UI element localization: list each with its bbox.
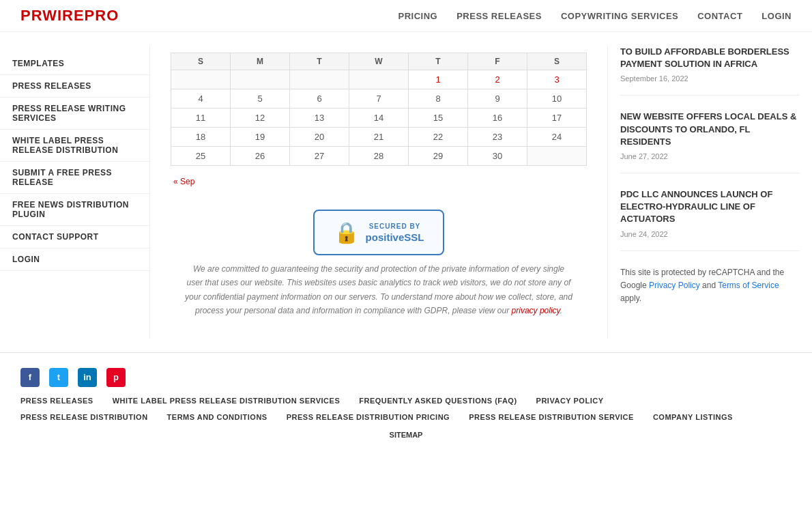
cal-cell: 24 [527, 128, 587, 147]
cal-cell: 26 [231, 147, 290, 166]
cal-header-t2: T [409, 53, 468, 70]
news-date-3: June 24, 2022 [620, 230, 800, 238]
sidebar-login[interactable]: LOGIN [0, 248, 149, 271]
cal-cell: 4 [171, 89, 231, 109]
nav-login[interactable]: LOGIN [762, 11, 792, 21]
sidebar-free-plugin[interactable]: FREE NEWS DISTRIBUTION PLUGIN [0, 194, 149, 226]
footer-company-listings[interactable]: COMPANY LISTINGS [653, 413, 733, 421]
footer-faq[interactable]: FREQUENTLY ASKED QUESTIONS (FAQ) [359, 397, 517, 405]
cal-cell: 9 [468, 89, 527, 109]
news-item-2: NEW WEBSITE OFFERS LOCAL DEALS & DISCOUN… [620, 111, 800, 173]
cal-cell: 6 [290, 89, 349, 109]
cal-cell: 22 [409, 128, 468, 147]
footer-press-releases[interactable]: PRESS RELEASES [20, 397, 93, 405]
nav-contact[interactable]: CONTACT [697, 11, 742, 21]
logo: PRWIREPRO [20, 7, 119, 25]
footer-prd-pricing[interactable]: PRESS RELEASE DISTRIBUTION PRICING [287, 413, 450, 421]
ssl-box: 🔒 SECURED BY positiveSSL [313, 210, 445, 255]
cal-header-m: M [231, 53, 290, 70]
main-layout: TEMPLATES PRESS RELEASES PRESS RELEASE W… [0, 32, 812, 352]
cal-header-f: F [468, 53, 527, 70]
nav-press-releases[interactable]: PRESS RELEASES [456, 11, 542, 21]
ssl-badge: 🔒 SECURED BY positiveSSL [171, 210, 587, 255]
cal-cell: 27 [290, 147, 349, 166]
footer-social: f t in p [20, 368, 792, 387]
sidebar: TEMPLATES PRESS RELEASES PRESS RELEASE W… [0, 46, 150, 339]
footer: f t in p PRESS RELEASES WHITE LABEL PRES… [0, 352, 812, 446]
footer-sitemap: SITEMAP [20, 429, 792, 440]
sidebar-templates[interactable]: TEMPLATES [0, 53, 149, 75]
cal-cell [527, 147, 587, 166]
footer-prd-service[interactable]: PRESS RELEASE DISTRIBUTION SERVICE [469, 413, 634, 421]
privacy-policy-link[interactable]: privacy policy [512, 306, 560, 315]
news-title-3: PDC LLC ANNOUNCES LAUNCH OF ELECTRO-HYDR… [620, 188, 800, 226]
cal-header-w: W [349, 53, 409, 70]
sitemap-link[interactable]: SITEMAP [390, 431, 423, 439]
cal-cell: 8 [409, 89, 468, 109]
cal-cell: 21 [349, 128, 409, 147]
recaptcha-tos-link[interactable]: Terms of Service [718, 281, 779, 290]
cal-cell: 3 [527, 70, 587, 89]
nav-pricing[interactable]: PRICING [398, 11, 438, 21]
nav-copywriting[interactable]: COPYWRITING SERVICES [561, 11, 678, 21]
pinterest-icon[interactable]: p [106, 368, 126, 387]
cal-cell: 11 [171, 109, 231, 128]
footer-terms-conditions[interactable]: TERMS AND CONDITIONS [167, 413, 267, 421]
cal-cell: 25 [171, 147, 231, 166]
cal-cell: 15 [409, 109, 468, 128]
right-sidebar: TO BUILD AFFORDABLE BORDERLESS PAYMENT S… [607, 46, 812, 339]
cal-cell [290, 70, 349, 89]
footer-links-row1: PRESS RELEASES WHITE LABEL PRESS RELEASE… [20, 397, 792, 405]
sidebar-white-label[interactable]: WHITE LABEL PRESS RELEASE DISTRIBUTION [0, 130, 149, 162]
news-item-3: PDC LLC ANNOUNCES LAUNCH OF ELECTRO-HYDR… [620, 188, 800, 251]
news-item-1: TO BUILD AFFORDABLE BORDERLESS PAYMENT S… [620, 46, 800, 96]
cal-cell: 16 [468, 109, 527, 128]
cal-cell: 5 [231, 89, 290, 109]
cal-header-s2: S [527, 53, 587, 70]
cal-cell: 28 [349, 147, 409, 166]
news-title-1: TO BUILD AFFORDABLE BORDERLESS PAYMENT S… [620, 46, 800, 70]
cal-cell: 10 [527, 89, 587, 109]
lock-icon: 🔒 [334, 220, 359, 244]
cal-cell: 19 [231, 128, 290, 147]
news-date-1: September 16, 2022 [620, 74, 800, 83]
sidebar-submit-free[interactable]: SUBMIT A FREE PRESS RELEASE [0, 162, 149, 194]
cal-cell: 14 [349, 109, 409, 128]
cal-header-t1: T [290, 53, 349, 70]
prev-month-link[interactable]: « Sep [173, 177, 194, 186]
recaptcha-note: This site is protected by reCAPTCHA and … [620, 266, 800, 306]
cal-cell [349, 70, 409, 89]
main-nav: PRICING PRESS RELEASES COPYWRITING SERVI… [398, 11, 792, 21]
center-content: S M T W T F S 1 2 3 [150, 46, 607, 339]
calendar-nav: « Sep [171, 173, 587, 197]
cal-cell: 13 [290, 109, 349, 128]
secured-by-text: SECURED BY [366, 223, 424, 230]
recaptcha-privacy-link[interactable]: Privacy Policy [649, 281, 700, 290]
sidebar-press-releases[interactable]: PRESS RELEASES [0, 75, 149, 98]
sidebar-writing-services[interactable]: PRESS RELEASE WRITING SERVICES [0, 98, 149, 130]
footer-prd[interactable]: PRESS RELEASE DISTRIBUTION [20, 413, 148, 421]
cal-cell: 12 [231, 109, 290, 128]
news-title-2: NEW WEBSITE OFFERS LOCAL DEALS & DISCOUN… [620, 111, 800, 148]
cal-cell: 18 [171, 128, 231, 147]
ssl-name: positiveSSL [366, 231, 424, 243]
footer-privacy-policy[interactable]: PRIVACY POLICY [536, 397, 604, 405]
header: PRWIREPRO PRICING PRESS RELEASES COPYWRI… [0, 0, 812, 32]
cal-cell: 17 [527, 109, 587, 128]
news-date-2: June 27, 2022 [620, 152, 800, 160]
cal-cell: 23 [468, 128, 527, 147]
cal-cell: 7 [349, 89, 409, 109]
footer-links-row2: PRESS RELEASE DISTRIBUTION TERMS AND CON… [20, 413, 792, 421]
cal-cell: 29 [409, 147, 468, 166]
security-text: We are committed to guaranteeing the sec… [171, 262, 587, 332]
cal-cell: 20 [290, 128, 349, 147]
sidebar-contact-support[interactable]: CONTACT SUPPORT [0, 226, 149, 248]
linkedin-icon[interactable]: in [78, 368, 97, 387]
cal-cell [171, 70, 231, 89]
cal-header-s1: S [171, 53, 231, 70]
cal-cell: 1 [409, 70, 468, 89]
cal-cell: 30 [468, 147, 527, 166]
footer-white-label-services[interactable]: WHITE LABEL PRESS RELEASE DISTRIBUTION S… [113, 397, 340, 405]
twitter-icon[interactable]: t [49, 368, 68, 387]
facebook-icon[interactable]: f [20, 368, 40, 387]
